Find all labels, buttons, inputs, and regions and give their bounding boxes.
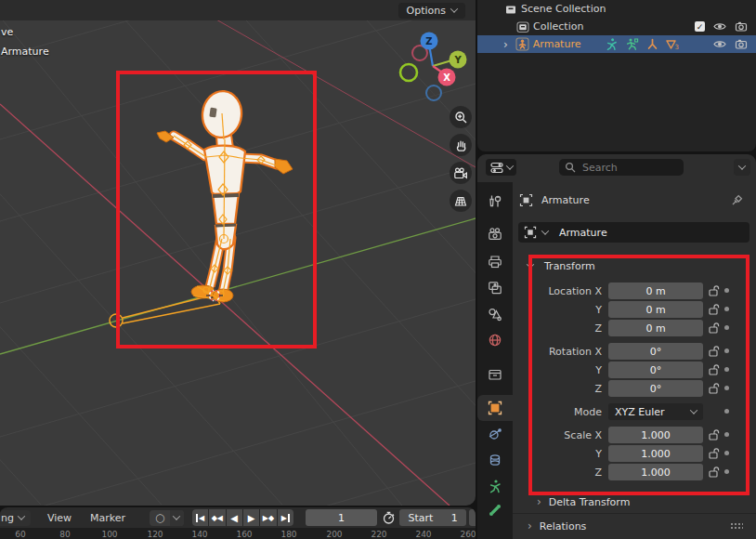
object-name-field[interactable]: Armature — [518, 222, 749, 243]
keying-menu-button[interactable]: ng — [0, 510, 31, 526]
rotation-mode-dropdown[interactable]: XYZ Euler — [608, 403, 703, 420]
location-y-field[interactable]: 0 m — [608, 301, 703, 318]
armature-data-icon[interactable] — [605, 37, 619, 51]
outliner-row-collection[interactable]: Collection ✓ — [477, 18, 756, 35]
pan-tool-button[interactable] — [450, 134, 472, 156]
transform-panel-header[interactable]: Transform — [513, 256, 756, 275]
animate-dot[interactable] — [724, 386, 729, 390]
record-icon[interactable]: ○ — [150, 510, 170, 526]
tab-constraints[interactable] — [477, 447, 513, 473]
animate-dot[interactable] — [724, 325, 729, 330]
lock-open-icon[interactable] — [708, 363, 721, 376]
tab-bone[interactable] — [477, 497, 513, 523]
transform-row: Y 1.000 — [513, 444, 756, 463]
timeline-ruler[interactable]: 60 80 100 120 140 160 180 200 220 240 26… — [0, 528, 476, 539]
animate-dot[interactable] — [724, 432, 729, 437]
pin-icon[interactable] — [731, 193, 744, 206]
root-bone[interactable] — [110, 295, 220, 327]
keying-popover-button[interactable] — [170, 510, 184, 526]
gizmo-x-ball[interactable]: X — [438, 69, 456, 86]
animate-dot[interactable] — [724, 409, 729, 414]
expand-chevron-icon[interactable]: › — [503, 38, 508, 51]
armature-figure[interactable] — [157, 89, 293, 302]
scale-y-field[interactable]: 1.000 — [608, 445, 703, 462]
lock-open-icon[interactable] — [708, 345, 721, 358]
gizmo-neg-y-ball[interactable] — [400, 64, 417, 81]
play-button[interactable]: ▶ — [243, 509, 259, 526]
current-frame-field[interactable]: 1 — [306, 509, 377, 526]
disable-render-camera-icon[interactable] — [735, 38, 748, 50]
view-layer-icon — [488, 281, 502, 296]
marker-menu[interactable]: Marker — [81, 512, 135, 524]
view-menu[interactable]: View — [38, 512, 81, 524]
lock-open-icon[interactable] — [708, 466, 721, 479]
rotation-y-field[interactable]: 0° — [608, 362, 703, 378]
editor-type-button[interactable] — [486, 159, 516, 176]
collection-checkbox[interactable]: ✓ — [695, 21, 705, 32]
viewport-3d[interactable]: Options ve Armature Z Y — [0, 0, 476, 506]
scale-x-field[interactable]: 1.000 — [608, 427, 703, 443]
location-x-field[interactable]: 0 m — [608, 283, 703, 299]
lock-open-icon[interactable] — [708, 303, 721, 316]
tab-scene[interactable] — [477, 301, 513, 327]
location-z-field[interactable]: 0 m — [608, 320, 703, 336]
zoom-tool-button[interactable] — [450, 106, 472, 128]
tab-object-data[interactable] — [477, 473, 513, 499]
outliner[interactable]: Scene Collection Collection ✓ — [477, 0, 756, 151]
options-button[interactable]: Options — [398, 3, 465, 19]
search-box[interactable] — [559, 159, 684, 176]
next-keyframe-button[interactable]: ▶◆ — [260, 509, 276, 526]
gizmo-z-ball[interactable]: Z — [421, 33, 438, 50]
relations-panel-header[interactable]: › Relations — [513, 517, 756, 535]
animate-dot[interactable] — [724, 451, 729, 455]
animate-dot[interactable] — [724, 348, 729, 353]
frame-end-field-clipped[interactable] — [469, 509, 476, 526]
lock-open-icon[interactable] — [708, 284, 721, 297]
jump-to-start-button[interactable]: ◀ — [192, 509, 208, 526]
jump-to-end-button[interactable]: ▶ — [278, 509, 293, 526]
action-icon[interactable] — [645, 37, 659, 51]
tab-view-layer[interactable] — [477, 275, 513, 301]
outliner-row-armature[interactable]: › Armature — [477, 35, 756, 53]
delta-transform-panel-header[interactable]: › Delta Transform — [513, 493, 756, 511]
timeline-editor[interactable]: ng View Marker ○ ◀ ◆◀ ◀ — [0, 507, 476, 539]
tab-render[interactable] — [477, 221, 513, 247]
animate-dot[interactable] — [724, 469, 729, 474]
rotation-x-field[interactable]: 0° — [608, 343, 703, 360]
lock-open-icon[interactable] — [708, 428, 721, 441]
rotation-z-field[interactable]: 0° — [608, 380, 703, 397]
tab-object[interactable] — [477, 395, 513, 421]
lock-open-icon[interactable] — [708, 382, 721, 395]
animate-dot[interactable] — [724, 367, 729, 372]
camera-view-button[interactable] — [450, 162, 472, 184]
properties-editor[interactable]: Armature — [477, 154, 756, 539]
lock-open-icon[interactable] — [708, 447, 721, 460]
gizmo-neg-z-ball[interactable] — [426, 85, 441, 100]
projection-toggle-button[interactable] — [450, 190, 472, 212]
start-value: 1 — [451, 512, 458, 524]
preview-range-button[interactable] — [381, 510, 398, 525]
outliner-row-scene-collection[interactable]: Scene Collection — [477, 0, 756, 18]
hide-viewport-eye-icon[interactable] — [713, 20, 726, 33]
navigation-gizmo[interactable]: Z Y X — [398, 24, 476, 104]
object-data-icon — [519, 193, 533, 207]
frame-start-field[interactable]: Start 1 — [399, 509, 465, 526]
disable-render-camera-icon[interactable] — [735, 20, 748, 33]
search-input[interactable] — [580, 161, 668, 175]
lock-open-icon[interactable] — [708, 322, 721, 335]
tab-world[interactable] — [477, 327, 513, 353]
tab-physics[interactable] — [477, 421, 513, 447]
drag-dots-icon[interactable] — [730, 522, 743, 530]
prev-keyframe-button[interactable]: ◆◀ — [209, 509, 225, 526]
scale-z-field[interactable]: 1.000 — [608, 464, 703, 480]
header-options-button[interactable] — [734, 159, 750, 176]
tab-tool[interactable] — [477, 189, 513, 215]
tab-output[interactable] — [477, 249, 513, 275]
animate-dot[interactable] — [724, 307, 729, 311]
tab-collection[interactable] — [477, 362, 513, 388]
animate-dot[interactable] — [724, 288, 729, 293]
play-reverse-button[interactable]: ◀ — [227, 509, 242, 526]
hide-viewport-eye-icon[interactable] — [713, 38, 726, 50]
gizmo-y-ball[interactable]: Y — [450, 51, 467, 69]
pose-icon[interactable] — [625, 37, 639, 51]
